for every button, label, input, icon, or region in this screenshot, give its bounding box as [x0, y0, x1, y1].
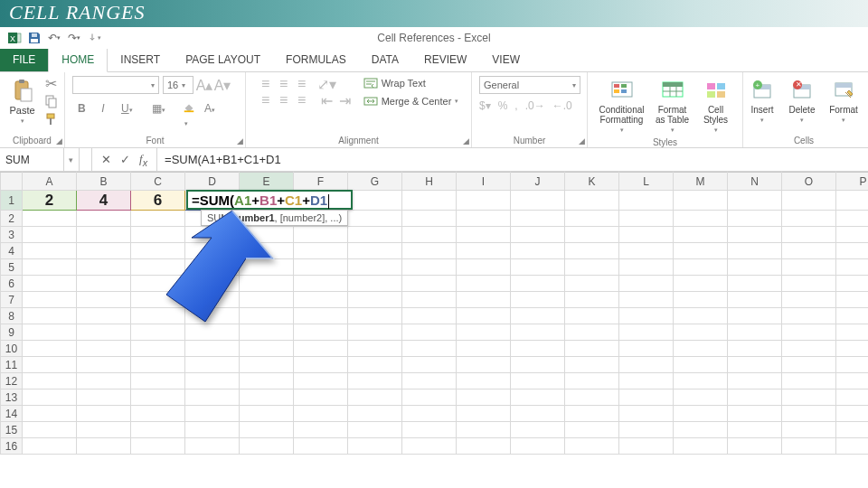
cell[interactable]	[457, 324, 511, 341]
cell[interactable]	[782, 422, 836, 438]
cell[interactable]	[457, 276, 511, 292]
cell[interactable]	[23, 422, 77, 438]
cell[interactable]	[23, 211, 77, 227]
font-color-button[interactable]: A▾	[199, 99, 217, 117]
cell[interactable]	[565, 227, 619, 243]
cell[interactable]	[782, 438, 836, 455]
cell[interactable]	[131, 389, 185, 406]
row-header[interactable]: 14	[1, 406, 23, 422]
cell[interactable]	[131, 243, 185, 259]
cell[interactable]	[348, 324, 402, 341]
cell[interactable]	[674, 259, 728, 276]
cell[interactable]	[240, 389, 294, 406]
cell[interactable]	[23, 373, 77, 389]
select-all-corner[interactable]	[1, 173, 23, 191]
col-header[interactable]: M	[674, 173, 728, 191]
cell[interactable]	[240, 406, 294, 422]
tab-formulas[interactable]: FORMULAS	[273, 48, 359, 71]
cell[interactable]	[457, 191, 511, 211]
cell[interactable]	[619, 211, 674, 227]
cell[interactable]	[77, 373, 131, 389]
cell[interactable]	[402, 341, 457, 357]
cell[interactable]	[240, 227, 294, 243]
cell[interactable]	[294, 406, 348, 422]
row-header[interactable]: 6	[1, 276, 23, 292]
cell[interactable]	[619, 259, 674, 276]
col-header[interactable]: F	[294, 173, 348, 191]
align-left-icon[interactable]: ≡	[259, 94, 273, 107]
cell[interactable]	[836, 243, 869, 259]
cell[interactable]	[728, 276, 782, 292]
clipboard-dialog-launcher[interactable]: ◢	[56, 136, 62, 145]
cell[interactable]	[185, 324, 240, 341]
cell[interactable]	[674, 357, 728, 373]
cell[interactable]	[728, 308, 782, 324]
cell[interactable]	[457, 389, 511, 406]
cell[interactable]	[674, 211, 728, 227]
cell[interactable]	[402, 324, 457, 341]
cell[interactable]	[619, 438, 674, 455]
merge-center-button[interactable]: Merge & Center ▾	[363, 94, 459, 108]
insert-cells-button[interactable]: + Insert▾	[744, 76, 780, 126]
row-header[interactable]: 13	[1, 389, 23, 406]
cell[interactable]	[836, 389, 869, 406]
cell[interactable]	[565, 259, 619, 276]
cell[interactable]	[782, 191, 836, 211]
cell[interactable]: 4	[77, 191, 131, 211]
cell[interactable]	[77, 341, 131, 357]
cell[interactable]	[23, 357, 77, 373]
cell[interactable]	[511, 406, 565, 422]
format-cells-button[interactable]: Format▾	[824, 76, 863, 126]
conditional-formatting-button[interactable]: Conditional Formatting▾	[596, 76, 648, 136]
col-header[interactable]: I	[457, 173, 511, 191]
cell[interactable]	[23, 292, 77, 308]
cell[interactable]	[77, 324, 131, 341]
col-header[interactable]: E	[240, 173, 294, 191]
cell[interactable]	[674, 341, 728, 357]
cell[interactable]	[348, 243, 402, 259]
cut-icon[interactable]: ✂	[44, 76, 59, 90]
cell[interactable]	[402, 292, 457, 308]
increase-decimal-icon[interactable]: .0→	[525, 99, 545, 112]
cell[interactable]	[565, 191, 619, 211]
cell[interactable]	[294, 357, 348, 373]
cell[interactable]	[240, 243, 294, 259]
cell[interactable]	[185, 406, 240, 422]
cell[interactable]	[836, 211, 869, 227]
cell[interactable]	[728, 357, 782, 373]
number-dialog-launcher[interactable]: ◢	[579, 136, 585, 145]
cell[interactable]	[294, 422, 348, 438]
cell[interactable]	[185, 341, 240, 357]
row-header[interactable]: 11	[1, 357, 23, 373]
cell[interactable]	[457, 341, 511, 357]
cell[interactable]	[836, 438, 869, 455]
row-header[interactable]: 16	[1, 438, 23, 455]
cell[interactable]	[511, 308, 565, 324]
col-header[interactable]: P	[836, 173, 869, 191]
column-headers[interactable]: A B C D E F G H I J K L M N O P	[1, 173, 869, 191]
col-header[interactable]: D	[185, 173, 240, 191]
cell[interactable]	[511, 438, 565, 455]
cell[interactable]	[674, 227, 728, 243]
cell[interactable]	[619, 373, 674, 389]
save-icon[interactable]	[27, 31, 42, 45]
cell[interactable]	[836, 259, 869, 276]
touch-mode-icon[interactable]: ▾	[87, 31, 101, 45]
align-center-icon[interactable]: ≡	[277, 94, 291, 107]
cell[interactable]	[402, 211, 457, 227]
worksheet[interactable]: A B C D E F G H I J K L M N O P 12462345…	[0, 172, 868, 455]
cell[interactable]	[782, 389, 836, 406]
cell[interactable]	[728, 292, 782, 308]
col-header[interactable]: C	[131, 173, 185, 191]
cell[interactable]	[185, 308, 240, 324]
cell[interactable]	[294, 389, 348, 406]
undo-icon[interactable]: ↶▾	[47, 31, 61, 45]
cell[interactable]	[294, 259, 348, 276]
cells-grid[interactable]: A B C D E F G H I J K L M N O P 12462345…	[0, 172, 868, 455]
alignment-dialog-launcher[interactable]: ◢	[463, 136, 469, 145]
cell[interactable]	[294, 373, 348, 389]
cell[interactable]	[77, 211, 131, 227]
comma-format-icon[interactable]: ,	[514, 99, 517, 112]
cell[interactable]	[836, 292, 869, 308]
cell[interactable]	[185, 422, 240, 438]
